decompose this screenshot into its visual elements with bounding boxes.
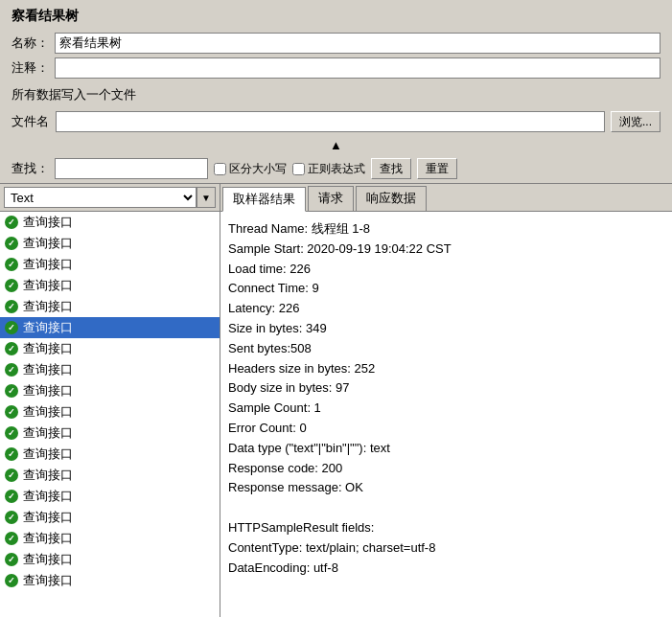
- type-dropdown[interactable]: Text: [4, 187, 197, 208]
- tree-item-label: 查询接口: [23, 256, 73, 273]
- tree-item-label: 查询接口: [23, 277, 73, 294]
- file-input[interactable]: [56, 111, 605, 132]
- content-line: Sample Start: 2020-09-19 19:04:22 CST: [228, 240, 664, 260]
- tree-item-label: 查询接口: [23, 467, 73, 484]
- green-check-icon: ✓: [4, 573, 19, 588]
- tree-item-label: 查询接口: [23, 214, 73, 231]
- tree-item[interactable]: ✓查询接口: [0, 486, 220, 507]
- find-button[interactable]: 查找: [371, 158, 411, 179]
- content-line: Latency: 226: [228, 299, 664, 319]
- content-line: Size in bytes: 349: [228, 319, 664, 339]
- green-check-icon: ✓: [4, 531, 19, 546]
- tree-item[interactable]: ✓查询接口: [0, 507, 220, 528]
- green-check-icon: ✓: [4, 236, 19, 251]
- browse-button[interactable]: 浏览...: [611, 111, 660, 132]
- tree-item[interactable]: ✓查询接口: [0, 212, 220, 233]
- name-label: 名称：: [12, 34, 49, 52]
- green-check-icon: ✓: [4, 468, 19, 483]
- content-line: Thread Name: 线程组 1-8: [228, 219, 664, 240]
- tree-item-label: 查询接口: [23, 298, 73, 315]
- up-arrow-icon: ▲: [330, 138, 342, 152]
- tree-item-label: 查询接口: [23, 403, 73, 421]
- search-label: 查找：: [12, 160, 49, 177]
- green-check-icon: ✓: [4, 404, 19, 420]
- tree-item[interactable]: ✓查询接口: [0, 317, 220, 338]
- tab-1[interactable]: 请求: [308, 186, 354, 211]
- tab-bar: 取样器结果请求响应数据: [220, 184, 672, 212]
- dropdown-bar: Text ▼: [0, 184, 220, 212]
- tree-item-label: 查询接口: [23, 319, 73, 336]
- tree-item[interactable]: ✓查询接口: [0, 444, 220, 465]
- tree-item[interactable]: ✓查询接口: [0, 254, 220, 275]
- window-title: 察看结果树: [0, 0, 672, 29]
- search-row: 查找： 区分大小写 正则表达式 查找 重置: [0, 154, 672, 183]
- left-panel: Text ▼ ✓查询接口✓查询接口✓查询接口✓查询接口✓查询接口✓查询接口✓查询…: [0, 184, 220, 617]
- content-line: Connect Time: 9: [228, 279, 664, 299]
- comment-input[interactable]: [55, 57, 660, 79]
- tree-item[interactable]: ✓查询接口: [0, 380, 220, 401]
- content-line: DataEncoding: utf-8: [228, 559, 664, 579]
- tree-item-label: 查询接口: [23, 235, 73, 252]
- tree-item-label: 查询接口: [23, 424, 73, 442]
- content-line: Response code: 200: [228, 459, 664, 479]
- tree-item[interactable]: ✓查询接口: [0, 338, 220, 359]
- tree-item-label: 查询接口: [23, 361, 73, 378]
- green-check-icon: ✓: [4, 278, 19, 293]
- name-input[interactable]: [55, 33, 660, 54]
- main-window: 察看结果树 名称： 注释： 所有数据写入一个文件 文件名 浏览... ▲ 查找：…: [0, 0, 672, 617]
- content-line: Sent bytes:508: [228, 339, 664, 359]
- content-line: Error Count: 0: [228, 419, 664, 439]
- search-input[interactable]: [55, 158, 208, 179]
- green-check-icon: ✓: [4, 425, 19, 441]
- tree-item[interactable]: ✓查询接口: [0, 423, 220, 444]
- content-area: Thread Name: 线程组 1-8Sample Start: 2020-0…: [220, 212, 672, 617]
- right-panel: 取样器结果请求响应数据 Thread Name: 线程组 1-8Sample S…: [220, 184, 672, 617]
- tree-item-label: 查询接口: [23, 551, 73, 568]
- tree-item[interactable]: ✓查询接口: [0, 233, 220, 254]
- green-check-icon: ✓: [4, 257, 19, 272]
- tree-item[interactable]: ✓查询接口: [0, 359, 220, 380]
- tab-2[interactable]: 响应数据: [356, 186, 427, 211]
- form-section: 名称： 注释：: [0, 29, 672, 82]
- dropdown-arrow-btn[interactable]: ▼: [197, 187, 216, 208]
- tree-item-label: 查询接口: [23, 446, 73, 463]
- content-line: Headers size in bytes: 252: [228, 359, 664, 379]
- case-sensitive-label[interactable]: 区分大小写: [214, 161, 287, 177]
- name-row: 名称：: [12, 33, 660, 54]
- tab-0[interactable]: 取样器结果: [222, 187, 306, 212]
- content-line: [228, 498, 664, 518]
- green-check-icon: ✓: [4, 552, 19, 567]
- tree-item[interactable]: ✓查询接口: [0, 465, 220, 486]
- tree-item-label: 查询接口: [23, 572, 73, 589]
- green-check-icon: ✓: [4, 320, 19, 335]
- content-line: Sample Count: 1: [228, 399, 664, 419]
- comment-label: 注释：: [12, 59, 49, 77]
- content-line: HTTPSampleResult fields:: [228, 518, 664, 538]
- green-check-icon: ✓: [4, 446, 19, 462]
- comment-row: 注释：: [12, 57, 660, 79]
- regex-label[interactable]: 正则表达式: [292, 161, 365, 177]
- tree-item-label: 查询接口: [23, 382, 73, 400]
- tree-item[interactable]: ✓查询接口: [0, 570, 220, 591]
- tree-item[interactable]: ✓查询接口: [0, 401, 220, 423]
- case-sensitive-checkbox[interactable]: [214, 163, 226, 175]
- content-line: Body size in bytes: 97: [228, 378, 664, 399]
- collapse-section: ▲: [0, 136, 672, 154]
- green-check-icon: ✓: [4, 341, 19, 356]
- green-check-icon: ✓: [4, 362, 19, 377]
- regex-text: 正则表达式: [308, 161, 365, 177]
- content-line: ContentType: text/plain; charset=utf-8: [228, 538, 664, 559]
- tree-item[interactable]: ✓查询接口: [0, 549, 220, 570]
- tree-item-label: 查询接口: [23, 340, 73, 357]
- green-check-icon: ✓: [4, 510, 19, 525]
- green-check-icon: ✓: [4, 489, 19, 504]
- tree-item[interactable]: ✓查询接口: [0, 275, 220, 296]
- green-check-icon: ✓: [4, 383, 19, 399]
- file-row: 文件名 浏览...: [0, 107, 672, 136]
- tree-item[interactable]: ✓查询接口: [0, 528, 220, 549]
- tree-list: ✓查询接口✓查询接口✓查询接口✓查询接口✓查询接口✓查询接口✓查询接口✓查询接口…: [0, 212, 220, 617]
- content-line: Data type ("text"|"bin"|""): text: [228, 439, 664, 459]
- tree-item[interactable]: ✓查询接口: [0, 296, 220, 317]
- reset-button[interactable]: 重置: [417, 158, 457, 179]
- regex-checkbox[interactable]: [292, 163, 305, 175]
